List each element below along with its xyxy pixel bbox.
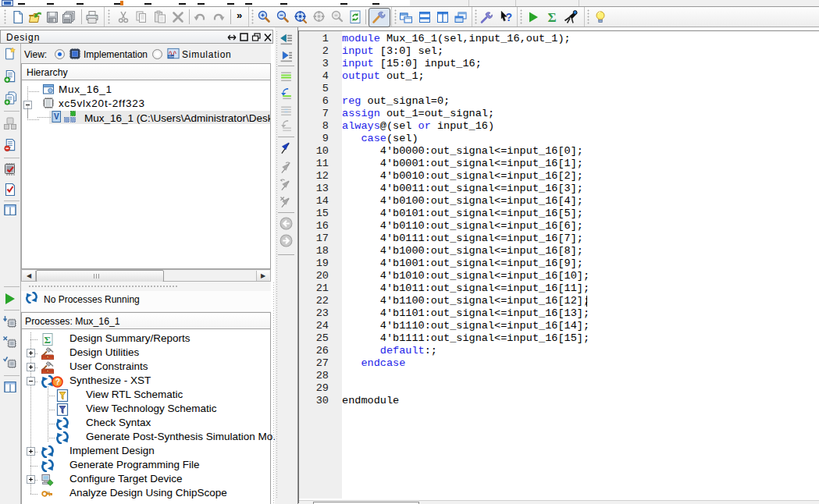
svg-text:V: V bbox=[54, 112, 59, 121]
svg-text:iSim: iSim bbox=[168, 55, 174, 59]
svg-text:?: ? bbox=[506, 11, 513, 23]
svg-text:Σ: Σ bbox=[45, 334, 52, 346]
svg-text:?: ? bbox=[55, 378, 60, 386]
svg-text:Σ: Σ bbox=[548, 10, 557, 24]
